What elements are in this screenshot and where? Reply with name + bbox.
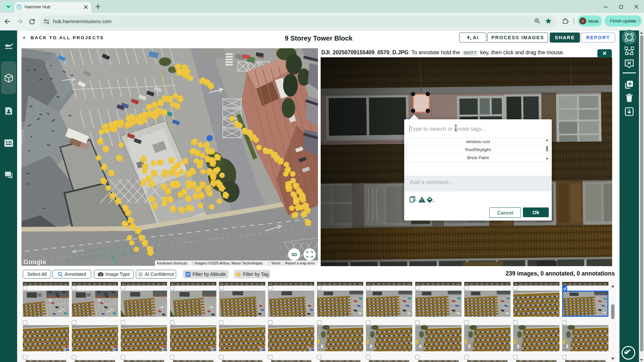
svg-text:Report a map error: Report a map error	[285, 261, 315, 265]
svg-text:Google: Google	[23, 258, 46, 265]
svg-text:Terms: Terms	[271, 261, 281, 265]
svg-text:Keyboard shortcuts: Keyboard shortcuts	[157, 261, 187, 265]
svg-text:Imagery ©2025 Airbus, Maxar Te: Imagery ©2025 Airbus, Maxar Technologies	[195, 261, 263, 265]
svg-text:3D: 3D	[291, 252, 297, 257]
